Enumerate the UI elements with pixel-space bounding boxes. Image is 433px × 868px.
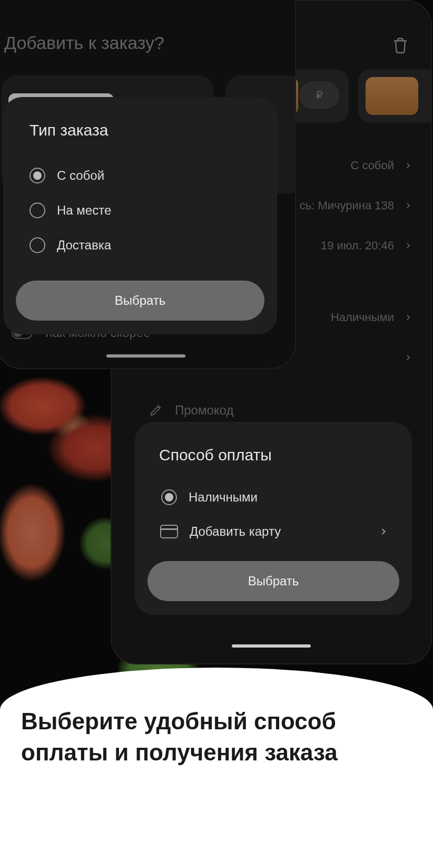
option-label: Наличными xyxy=(189,490,258,505)
payment-option-cash[interactable]: Наличными xyxy=(147,480,399,515)
option-label: На месте xyxy=(57,203,111,218)
datetime-value: 19 июл. 20:46 xyxy=(321,239,394,253)
order-type-option-delivery[interactable]: Доставка xyxy=(16,228,264,263)
option-label: Добавить карту xyxy=(190,524,281,539)
home-indicator xyxy=(232,644,311,648)
radio-icon xyxy=(29,237,45,253)
chevron-right-icon xyxy=(404,353,413,362)
onboarding-caption-card: Выберите удобный способ оплаты и получен… xyxy=(0,668,433,868)
addon-image xyxy=(366,77,418,115)
trash-icon[interactable] xyxy=(391,35,410,54)
option-label: Доставка xyxy=(57,238,111,253)
radio-icon xyxy=(161,489,177,505)
promo-row[interactable]: Промокод xyxy=(112,378,431,418)
home-indicator xyxy=(106,354,185,358)
order-type-value: С собой xyxy=(350,159,394,172)
addon-card[interactable] xyxy=(358,70,431,122)
radio-icon xyxy=(29,168,45,184)
payment-method-modal: Способ оплаты Наличными Добавить карту В… xyxy=(135,422,412,615)
order-type-modal: Тип заказа С собой На месте Доставка Выб… xyxy=(3,97,277,334)
pencil-icon xyxy=(149,403,163,418)
select-button[interactable]: Выбрать xyxy=(16,281,264,321)
select-button[interactable]: Выбрать xyxy=(147,561,399,601)
addon-price-badge: ₽ xyxy=(299,81,339,109)
chevron-right-icon xyxy=(378,526,389,537)
chevron-right-icon xyxy=(404,313,413,322)
payment-value: Наличными xyxy=(331,311,394,324)
order-type-modal-title: Тип заказа xyxy=(16,121,264,139)
payment-modal-title: Способ оплаты xyxy=(147,446,399,464)
promo-label: Промокод xyxy=(175,403,233,418)
chevron-right-icon xyxy=(404,201,413,210)
radio-icon xyxy=(29,202,45,218)
chevron-right-icon xyxy=(404,241,413,250)
address-value: сь: Мичурина 138 xyxy=(300,199,394,213)
currency-symbol: ₽ xyxy=(316,89,323,101)
card-icon xyxy=(160,525,178,538)
option-label: С собой xyxy=(57,168,104,183)
order-type-option-onsite[interactable]: На месте xyxy=(16,193,264,228)
onboarding-headline: Выберите удобный способ оплаты и получен… xyxy=(21,706,412,768)
payment-option-add-card[interactable]: Добавить карту xyxy=(147,515,399,548)
chevron-right-icon xyxy=(404,161,413,170)
order-type-option-takeaway[interactable]: С собой xyxy=(16,158,264,193)
add-to-order-title: Добавить к заказу? xyxy=(0,0,295,53)
